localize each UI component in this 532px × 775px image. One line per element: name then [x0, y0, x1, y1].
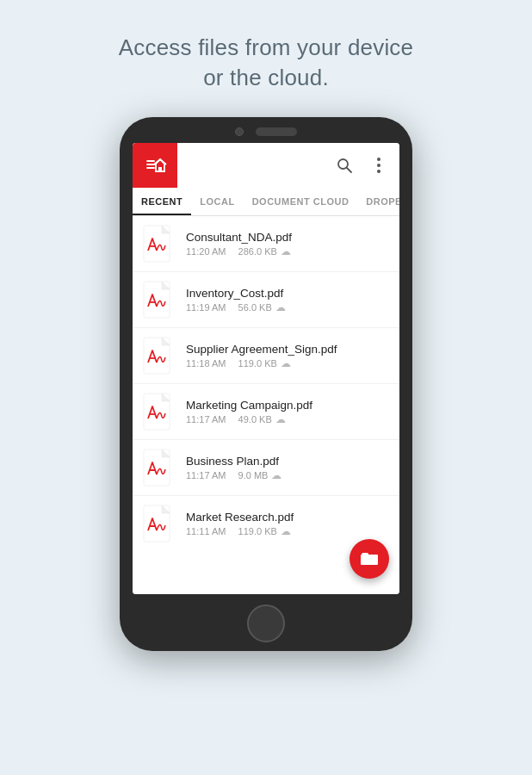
file-meta: 11:18 AM 119.0 KB ☁	[186, 357, 389, 369]
pdf-icon	[143, 393, 174, 431]
file-time: 11:11 AM	[186, 526, 226, 536]
file-meta: 11:19 AM 56.0 KB ☁	[186, 301, 389, 313]
file-info: Market Research.pdf 11:11 AM 119.0 KB ☁	[186, 511, 389, 537]
file-size: 49.0 KB	[238, 414, 272, 425]
more-icon	[377, 158, 380, 173]
cloud-icon: ☁	[281, 245, 291, 257]
cloud-icon: ☁	[275, 413, 286, 425]
tab-dropbox[interactable]: DROPBOX	[357, 188, 399, 215]
file-size: 119.0 KB	[238, 526, 277, 536]
phone-mockup: RECENT LOCAL DOCUMENT CLOUD DROPBOX CR	[120, 117, 412, 651]
home-icon	[143, 153, 167, 177]
file-size: 119.0 KB	[238, 358, 277, 369]
screen: RECENT LOCAL DOCUMENT CLOUD DROPBOX CR	[133, 143, 399, 594]
svg-point-10	[377, 170, 380, 173]
file-name: Consultant_NDA.pdf	[186, 231, 389, 244]
file-info: Inventory_Cost.pdf 11:19 AM 56.0 KB ☁	[186, 287, 389, 313]
file-time: 11:17 AM	[186, 470, 226, 480]
tab-recent[interactable]: RECENT	[133, 188, 191, 215]
cloud-icon: ☁	[281, 357, 291, 369]
tab-local[interactable]: LOCAL	[191, 188, 243, 215]
pdf-icon	[143, 281, 174, 319]
pdf-icon	[143, 449, 174, 487]
file-info: Marketing Campaign.pdf 11:17 AM 49.0 KB …	[186, 399, 389, 425]
file-info: Business Plan.pdf 11:17 AM 9.0 MB ☁	[186, 455, 389, 481]
file-name: Inventory_Cost.pdf	[186, 287, 389, 300]
file-list-item[interactable]: Business Plan.pdf 11:17 AM 9.0 MB ☁	[133, 440, 399, 496]
file-time: 11:17 AM	[186, 414, 226, 425]
cloud-icon: ☁	[271, 469, 281, 481]
file-name: Marketing Campaign.pdf	[186, 399, 389, 412]
phone-bottom	[120, 594, 412, 651]
file-name: Market Research.pdf	[186, 511, 389, 524]
file-info: Consultant_NDA.pdf 11:20 AM 286.0 KB ☁	[186, 231, 389, 257]
file-list: Consultant_NDA.pdf 11:20 AM 286.0 KB ☁	[133, 216, 399, 594]
cloud-icon: ☁	[275, 301, 286, 313]
file-name: Business Plan.pdf	[186, 455, 389, 468]
file-time: 11:19 AM	[186, 302, 226, 313]
hardware-home-button[interactable]	[247, 604, 285, 642]
search-button[interactable]	[334, 155, 355, 176]
fab-folder-icon	[360, 549, 379, 568]
home-tab-button[interactable]	[133, 143, 177, 188]
app-bar	[133, 143, 399, 188]
tagline-line2: or the cloud.	[203, 65, 329, 90]
tab-bar: RECENT LOCAL DOCUMENT CLOUD DROPBOX CR	[133, 188, 399, 216]
file-size: 286.0 KB	[238, 246, 277, 257]
speaker	[256, 127, 297, 136]
file-list-item[interactable]: Inventory_Cost.pdf 11:19 AM 56.0 KB ☁	[133, 272, 399, 328]
file-list-item[interactable]: Marketing Campaign.pdf 11:17 AM 49.0 KB …	[133, 384, 399, 440]
file-list-item[interactable]: Consultant_NDA.pdf 11:20 AM 286.0 KB ☁	[133, 216, 399, 272]
svg-line-7	[347, 168, 351, 172]
file-time: 11:20 AM	[186, 246, 226, 257]
file-meta: 11:17 AM 9.0 MB ☁	[186, 469, 389, 481]
tab-document-cloud[interactable]: DOCUMENT CLOUD	[244, 188, 358, 215]
file-name: Supplier Agreement_Sign.pdf	[186, 343, 389, 356]
cloud-icon: ☁	[281, 525, 291, 537]
svg-point-9	[377, 164, 380, 167]
file-meta: 11:11 AM 119.0 KB ☁	[186, 525, 389, 537]
file-list-item[interactable]: Supplier Agreement_Sign.pdf 11:18 AM 119…	[133, 328, 399, 384]
camera	[235, 127, 244, 136]
svg-point-6	[338, 159, 348, 169]
tagline: Access files from your device or the clo…	[119, 33, 413, 93]
file-meta: 11:20 AM 286.0 KB ☁	[186, 245, 389, 257]
file-time: 11:18 AM	[186, 358, 226, 369]
svg-rect-5	[158, 167, 162, 171]
pdf-icon	[143, 225, 174, 263]
fab-button[interactable]	[350, 539, 389, 579]
search-icon	[336, 157, 353, 174]
file-size: 9.0 MB	[238, 470, 269, 480]
file-meta: 11:17 AM 49.0 KB ☁	[186, 413, 389, 425]
phone-top-bar	[120, 117, 412, 143]
pdf-icon	[143, 505, 174, 542]
pdf-icon	[143, 337, 174, 375]
file-info: Supplier Agreement_Sign.pdf 11:18 AM 119…	[186, 343, 389, 369]
tagline-line1: Access files from your device	[119, 34, 413, 60]
file-size: 56.0 KB	[238, 302, 272, 313]
app-bar-icons	[334, 155, 389, 176]
svg-point-8	[377, 158, 380, 161]
more-button[interactable]	[368, 155, 389, 176]
